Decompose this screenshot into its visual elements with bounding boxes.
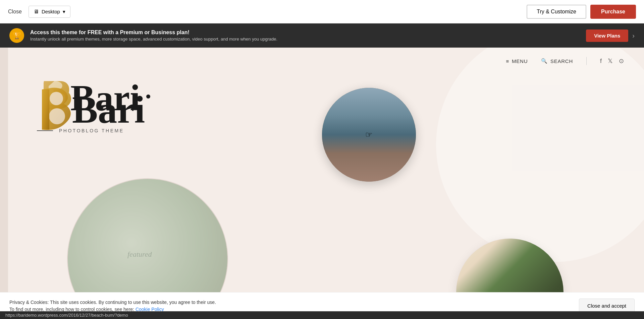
logo-area: Bari Ba [34,74,150,133]
promo-description: Instantly unlock all premium themes, mor… [30,37,277,42]
subtitle-line [37,130,53,131]
menu-nav[interactable]: ≡ MENU [506,58,528,64]
svg-rect-3 [42,89,49,130]
social-icons: f 𝕏 ⊙ [600,57,624,65]
promo-text: Access this theme for FREE with a Premiu… [30,29,277,42]
search-nav[interactable]: 🔍 SEARCH [541,58,573,64]
menu-label: MENU [512,58,528,64]
preview-area: ≡ MENU 🔍 SEARCH f 𝕏 ⊙ [0,48,644,319]
search-icon: 🔍 [541,58,548,64]
top-bar: Close 🖥 Desktop ▾ Try & Customize Purcha… [0,0,644,23]
bari-text: Bari [72,88,145,131]
svg-point-1 [50,92,63,105]
hamburger-icon: ≡ [506,58,509,64]
chevron-right-icon: › [632,32,635,40]
cookie-text: Privacy & Cookies: This site uses cookie… [9,299,216,313]
left-strip [0,48,8,319]
promo-icon: 🏆 [9,28,24,43]
facebook-icon[interactable]: f [600,58,602,65]
nav-divider [586,57,587,65]
try-customize-button[interactable]: Try & Customize [527,5,586,19]
promo-banner: 🏆 Access this theme for FREE with a Prem… [0,23,644,48]
promo-title: Access this theme for FREE with a Premiu… [30,29,277,36]
chevron-down-icon: ▾ [63,9,65,15]
desktop-icon: 🖥 [34,9,39,15]
purchase-button[interactable]: Purchase [590,5,636,19]
device-selector[interactable]: 🖥 Desktop ▾ [29,6,70,18]
close-button[interactable]: Close [8,9,22,15]
title-dot [146,94,150,99]
url-text: https://baridemo.wordpress.com/2016/12/2… [5,313,128,318]
cursor-icon: ☞ [365,130,373,139]
circle-image-main[interactable]: ☞ ★ [322,88,416,182]
github-icon[interactable]: ⊙ [619,57,624,65]
star-icon: ★ [323,88,328,95]
cookie-line1: Privacy & Cookies: This site uses cookie… [9,299,216,306]
view-plans-button[interactable]: View Plans [586,29,628,42]
device-label: Desktop [42,9,60,14]
bg-circle [436,48,644,262]
twitter-icon[interactable]: 𝕏 [608,57,613,65]
close-accept-button[interactable]: Close and accept [579,299,635,313]
svg-point-2 [49,108,65,124]
theme-nav: ≡ MENU 🔍 SEARCH f 𝕏 ⊙ [0,48,644,65]
search-label: SEARCH [550,58,573,64]
url-bar: https://baridemo.wordpress.com/2016/12/2… [0,311,644,319]
